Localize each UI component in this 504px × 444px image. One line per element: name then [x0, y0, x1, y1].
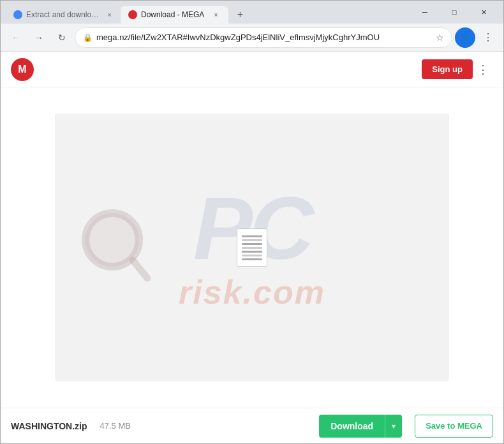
- tab-bar: Extract and download audio an... × Downl…: [6, 1, 410, 24]
- reload-button[interactable]: ↻: [52, 27, 72, 48]
- save-to-mega-button[interactable]: Save to MEGA: [415, 415, 493, 438]
- tab-1-favicon: [13, 10, 22, 19]
- download-button[interactable]: Download: [319, 415, 385, 438]
- nav-bar: ← → ↻ 🔒 mega.nz/file/tZw2XTAR#IwvNzDkgwZ…: [1, 24, 503, 52]
- window-controls: ─ □ ✕: [410, 1, 498, 24]
- svg-point-0: [85, 213, 139, 267]
- tab-1[interactable]: Extract and download audio an... ×: [6, 6, 121, 24]
- mega-header: M Sign up ⋮: [1, 52, 503, 87]
- address-text: mega.nz/file/tZw2XTAR#IwvNzDkgwZgPDs4jEl…: [96, 33, 432, 42]
- mega-menu-button[interactable]: ⋮: [473, 59, 493, 80]
- zip-line-4: [242, 247, 262, 249]
- tab-2-title: Download - MEGA: [141, 10, 204, 19]
- address-bar[interactable]: 🔒 mega.nz/file/tZw2XTAR#IwvNzDkgwZgPDs4j…: [75, 27, 452, 48]
- page-content: M Sign up ⋮: [1, 52, 503, 443]
- mega-logo[interactable]: M: [11, 58, 34, 81]
- zip-line-2: [242, 239, 262, 241]
- browser-window: Extract and download audio an... × Downl…: [0, 0, 504, 444]
- signup-button[interactable]: Sign up: [422, 59, 473, 79]
- svg-line-1: [133, 260, 147, 278]
- back-button[interactable]: ←: [6, 27, 26, 48]
- file-name: WASHINGTON.zip: [11, 421, 87, 431]
- lock-icon: 🔒: [83, 33, 93, 42]
- new-tab-button[interactable]: +: [231, 6, 249, 24]
- minimize-button[interactable]: ─: [410, 1, 440, 24]
- tab-2[interactable]: Download - MEGA ×: [121, 6, 228, 24]
- tab-1-close[interactable]: ×: [106, 10, 113, 20]
- zip-line-3: [242, 243, 262, 245]
- zip-line-1: [242, 235, 262, 237]
- download-button-group: Download ▾: [319, 415, 402, 438]
- tab-2-close[interactable]: ×: [211, 10, 221, 20]
- mega-site: M Sign up ⋮: [1, 52, 503, 443]
- mega-bottom-bar: WASHINGTON.zip 47.5 MB Download ▾ Save t…: [1, 408, 503, 443]
- download-dropdown-button[interactable]: ▾: [385, 415, 402, 438]
- zip-line-6: [242, 255, 262, 256]
- title-bar: Extract and download audio an... × Downl…: [1, 1, 503, 24]
- close-button[interactable]: ✕: [469, 1, 498, 24]
- profile-icon: 👤: [460, 33, 471, 43]
- watermark-risk-text: risk.com: [179, 273, 325, 311]
- watermark-logo: [80, 208, 151, 287]
- preview-container: PC risk.com: [55, 114, 449, 381]
- zip-line-7: [242, 258, 262, 260]
- maximize-button[interactable]: □: [440, 1, 469, 24]
- zip-lines: [242, 235, 262, 260]
- bookmark-icon[interactable]: ☆: [436, 33, 444, 43]
- file-size: 47.5 MB: [100, 421, 131, 431]
- profile-button[interactable]: 👤: [455, 27, 475, 48]
- forward-button[interactable]: →: [29, 27, 49, 48]
- tab-2-favicon: [128, 10, 137, 19]
- zip-line-5: [242, 251, 262, 253]
- browser-menu-button[interactable]: ⋮: [478, 27, 498, 48]
- tab-1-title: Extract and download audio an...: [26, 10, 100, 19]
- mega-main: PC risk.com: [1, 87, 503, 408]
- zip-icon: [237, 228, 267, 267]
